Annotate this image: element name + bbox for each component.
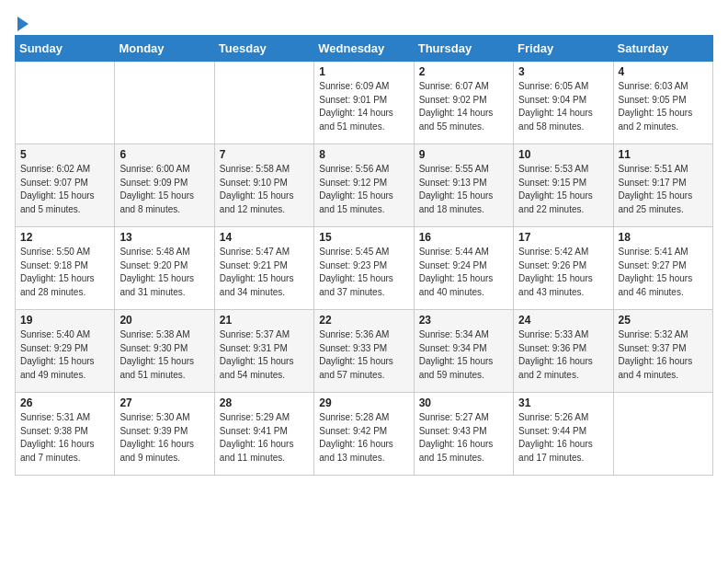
calendar-cell: 1Sunrise: 6:09 AMSunset: 9:01 PMDaylight… <box>314 62 414 144</box>
cell-content-line: Daylight: 16 hours <box>220 438 309 452</box>
cell-content-line: Sunrise: 5:58 AM <box>220 163 309 177</box>
weekday-header-row: SundayMondayTuesdayWednesdayThursdayFrid… <box>16 36 713 62</box>
cell-content-line: Sunrise: 5:56 AM <box>319 163 408 177</box>
cell-content-line: Sunset: 9:44 PM <box>518 425 608 439</box>
cell-content-line: Daylight: 16 hours <box>518 438 608 452</box>
calendar-week-row: 5Sunrise: 6:02 AMSunset: 9:07 PMDaylight… <box>16 144 713 227</box>
cell-content-line: Daylight: 15 hours <box>619 272 708 286</box>
calendar-cell: 5Sunrise: 6:02 AMSunset: 9:07 PMDaylight… <box>16 144 115 227</box>
cell-content-line: and 11 minutes. <box>220 452 309 465</box>
cell-content-line: Daylight: 15 hours <box>220 272 309 286</box>
calendar-cell: 29Sunrise: 5:28 AMSunset: 9:42 PMDayligh… <box>314 393 414 476</box>
cell-content-line: Sunrise: 6:00 AM <box>119 163 209 177</box>
weekday-header-cell: Saturday <box>613 36 712 62</box>
cell-content-line: Sunrise: 5:38 AM <box>119 328 209 342</box>
cell-content-line: Sunrise: 6:09 AM <box>319 80 408 94</box>
day-number: 12 <box>20 231 109 244</box>
cell-content-line: Sunrise: 5:27 AM <box>419 411 508 425</box>
weekday-header-cell: Wednesday <box>314 36 414 62</box>
calendar-cell: 11Sunrise: 5:51 AMSunset: 9:17 PMDayligh… <box>613 144 712 227</box>
cell-content-line: Sunset: 9:15 PM <box>518 177 608 190</box>
cell-content-line: and 18 minutes. <box>419 203 508 217</box>
calendar-cell: 20Sunrise: 5:38 AMSunset: 9:30 PMDayligh… <box>115 310 214 393</box>
calendar-cell: 7Sunrise: 5:58 AMSunset: 9:10 PMDaylight… <box>214 144 313 227</box>
calendar-cell: 17Sunrise: 5:42 AMSunset: 9:26 PMDayligh… <box>514 227 613 310</box>
cell-content-line: Daylight: 15 hours <box>20 355 109 369</box>
day-number: 11 <box>619 148 708 161</box>
logo <box>15 15 28 28</box>
page-header <box>15 15 713 28</box>
cell-content-line: Daylight: 15 hours <box>419 190 508 203</box>
cell-content-line: Sunset: 9:02 PM <box>419 94 508 108</box>
cell-content-line: Daylight: 16 hours <box>20 438 109 452</box>
calendar-cell: 19Sunrise: 5:40 AMSunset: 9:29 PMDayligh… <box>16 310 115 393</box>
day-number: 27 <box>119 396 209 409</box>
day-number: 6 <box>119 148 209 161</box>
calendar-week-row: 19Sunrise: 5:40 AMSunset: 9:29 PMDayligh… <box>16 310 713 393</box>
cell-content-line: Daylight: 15 hours <box>119 272 209 286</box>
cell-content-line: Daylight: 15 hours <box>518 190 608 203</box>
cell-content-line: and 57 minutes. <box>319 369 408 383</box>
cell-content-line: Sunset: 9:01 PM <box>319 94 408 108</box>
cell-content-line: Sunset: 9:18 PM <box>20 259 109 273</box>
cell-content-line: and 12 minutes. <box>220 203 309 217</box>
cell-content-line: Daylight: 16 hours <box>319 438 408 452</box>
cell-content-line: and 22 minutes. <box>518 203 608 217</box>
cell-content-line: Sunrise: 5:31 AM <box>20 411 109 425</box>
cell-content-line: and 13 minutes. <box>319 452 408 465</box>
cell-content-line: Sunset: 9:20 PM <box>119 259 209 273</box>
cell-content-line: Sunset: 9:26 PM <box>518 259 608 273</box>
calendar-week-row: 26Sunrise: 5:31 AMSunset: 9:38 PMDayligh… <box>16 393 713 476</box>
day-number: 26 <box>20 396 109 409</box>
calendar-cell: 9Sunrise: 5:55 AMSunset: 9:13 PMDaylight… <box>414 144 513 227</box>
day-number: 3 <box>518 65 608 78</box>
cell-content-line: and 2 minutes. <box>518 369 608 383</box>
cell-content-line: Daylight: 15 hours <box>319 190 408 203</box>
cell-content-line: Sunset: 9:43 PM <box>419 425 508 439</box>
calendar-cell: 28Sunrise: 5:29 AMSunset: 9:41 PMDayligh… <box>214 393 313 476</box>
cell-content-line: Sunrise: 5:55 AM <box>419 163 508 177</box>
day-number: 25 <box>619 314 708 327</box>
cell-content-line: and 31 minutes. <box>119 286 209 300</box>
day-number: 31 <box>518 396 608 409</box>
calendar-week-row: 1Sunrise: 6:09 AMSunset: 9:01 PMDaylight… <box>16 62 713 144</box>
weekday-header-cell: Friday <box>514 36 613 62</box>
calendar-cell: 6Sunrise: 6:00 AMSunset: 9:09 PMDaylight… <box>115 144 214 227</box>
cell-content-line: Daylight: 15 hours <box>20 190 109 203</box>
cell-content-line: Sunset: 9:07 PM <box>20 177 109 190</box>
calendar-cell <box>613 393 712 476</box>
cell-content-line: Sunset: 9:30 PM <box>119 342 209 356</box>
day-number: 13 <box>119 231 209 244</box>
cell-content-line: and 59 minutes. <box>419 369 508 383</box>
cell-content-line: Daylight: 15 hours <box>119 355 209 369</box>
calendar-cell: 23Sunrise: 5:34 AMSunset: 9:34 PMDayligh… <box>414 310 513 393</box>
cell-content-line: Sunrise: 5:51 AM <box>619 163 708 177</box>
cell-content-line: Sunrise: 5:48 AM <box>119 246 209 259</box>
calendar-cell <box>16 62 115 144</box>
cell-content-line: Daylight: 16 hours <box>419 438 508 452</box>
cell-content-line: and 58 minutes. <box>518 121 608 134</box>
cell-content-line: Sunset: 9:05 PM <box>619 94 708 108</box>
day-number: 9 <box>419 148 508 161</box>
cell-content-line: Daylight: 15 hours <box>619 107 708 121</box>
calendar-cell: 2Sunrise: 6:07 AMSunset: 9:02 PMDaylight… <box>414 62 513 144</box>
day-number: 2 <box>419 65 508 78</box>
cell-content-line: Daylight: 15 hours <box>419 355 508 369</box>
day-number: 15 <box>319 231 408 244</box>
calendar-cell: 16Sunrise: 5:44 AMSunset: 9:24 PMDayligh… <box>414 227 513 310</box>
calendar-body: 1Sunrise: 6:09 AMSunset: 9:01 PMDaylight… <box>16 62 713 476</box>
day-number: 8 <box>319 148 408 161</box>
day-number: 14 <box>220 231 309 244</box>
weekday-header-cell: Tuesday <box>214 36 313 62</box>
cell-content-line: Sunset: 9:42 PM <box>319 425 408 439</box>
day-number: 4 <box>619 65 708 78</box>
cell-content-line: Sunrise: 5:45 AM <box>319 246 408 259</box>
cell-content-line: Sunset: 9:24 PM <box>419 259 508 273</box>
day-number: 7 <box>220 148 309 161</box>
cell-content-line: Daylight: 16 hours <box>518 355 608 369</box>
day-number: 5 <box>20 148 109 161</box>
calendar-table: SundayMondayTuesdayWednesdayThursdayFrid… <box>15 35 713 476</box>
cell-content-line: and 2 minutes. <box>619 121 708 134</box>
calendar-cell: 18Sunrise: 5:41 AMSunset: 9:27 PMDayligh… <box>613 227 712 310</box>
cell-content-line: and 17 minutes. <box>518 452 608 465</box>
